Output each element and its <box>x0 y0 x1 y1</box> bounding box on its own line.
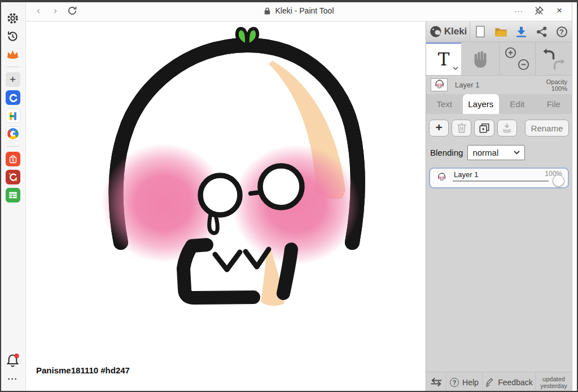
rename-layer-button[interactable]: Rename <box>525 120 569 136</box>
duplicate-icon <box>479 122 490 134</box>
kleki-panel: Kleki ? T <box>426 21 572 392</box>
shortcut-sheets-app[interactable] <box>3 186 23 204</box>
layer-thumbnail <box>434 172 449 183</box>
character-body-right <box>283 249 291 293</box>
share-button[interactable] <box>531 21 551 42</box>
sidebar-divider <box>7 67 19 67</box>
chevron-down-icon <box>514 151 520 155</box>
forward-button[interactable]: › <box>49 4 62 17</box>
text-tool-icon: T <box>438 49 450 69</box>
merge-down-icon <box>501 122 513 134</box>
shortcut-google-app[interactable] <box>3 125 23 143</box>
help-button[interactable]: ? <box>551 21 572 42</box>
sidebar-crown-button[interactable] <box>3 45 23 63</box>
blending-row: Blending normal <box>429 145 569 160</box>
tab-layers[interactable]: Layers <box>463 94 500 114</box>
blending-label: Blending <box>430 148 463 157</box>
artwork-character <box>26 21 426 392</box>
layer-actions-row: + Rename <box>429 120 569 136</box>
blending-select[interactable]: normal <box>467 145 525 160</box>
page-title-text: Kleki - Paint Tool <box>275 6 334 15</box>
merge-layer-button[interactable] <box>497 120 517 136</box>
browser-nav-group: ‹ › <box>32 4 79 17</box>
shortcut-browser-app[interactable] <box>3 89 23 107</box>
duplicate-layer-button[interactable] <box>474 120 494 136</box>
opacity-label: Opacity <box>546 78 567 85</box>
red-game-icon <box>6 170 20 184</box>
opacity-slider-track[interactable] <box>453 180 549 182</box>
panel-tabs: Text Layers Edit File <box>426 94 572 114</box>
help-icon: ? <box>450 378 459 387</box>
reload-button[interactable] <box>65 4 79 17</box>
browser-titlebar: ‹ › Kleki - Paint Tool ··· × <box>26 0 572 21</box>
swap-ui-side-button[interactable] <box>426 372 446 392</box>
back-icon: ‹ <box>37 5 40 16</box>
paint-canvas[interactable]: Panisme181110 #hd247 <box>26 21 426 392</box>
trash-icon <box>457 122 467 134</box>
browser-window: ‹ › Kleki - Paint Tool ··· × <box>0 0 578 392</box>
zoom-controls <box>500 42 535 75</box>
zoom-out-button[interactable] <box>517 58 530 71</box>
tab-file[interactable]: File <box>536 94 572 114</box>
more-options-button[interactable]: ··· <box>512 4 526 17</box>
svg-text:S: S <box>11 158 14 162</box>
browser-sidebar: + S <box>0 0 26 392</box>
close-panel-button[interactable]: × <box>553 4 566 17</box>
plus-icon: + <box>6 72 20 87</box>
opacity-slider-knob[interactable] <box>553 175 564 187</box>
gear-icon <box>6 12 19 25</box>
active-layer-name: Layer 1 <box>455 81 479 89</box>
add-layer-button[interactable]: + <box>429 120 449 136</box>
shortcut-hahalolo-app[interactable] <box>3 107 23 125</box>
sidebar-add-shortcut-button[interactable]: + <box>3 71 23 89</box>
lock-icon <box>264 7 271 15</box>
shortcut-game-app[interactable] <box>3 168 23 186</box>
tab-text[interactable]: Text <box>426 94 463 114</box>
hahalolo-h-icon <box>6 108 20 123</box>
kleki-logo-icon <box>429 25 443 38</box>
new-page-icon <box>474 25 487 38</box>
help-icon: ? <box>557 27 567 37</box>
open-file-button[interactable] <box>491 21 511 42</box>
hand-icon <box>471 49 489 68</box>
more-icon: ··· <box>514 7 523 15</box>
tab-edit[interactable]: Edit <box>499 94 536 114</box>
blending-value: normal <box>472 148 498 157</box>
unpin-button[interactable] <box>532 4 546 17</box>
sidebar-settings-button[interactable] <box>3 9 23 27</box>
delete-layer-button[interactable] <box>452 120 471 136</box>
character-body-left <box>183 245 253 298</box>
footer-help-button[interactable]: ? Help <box>446 372 483 392</box>
text-tool-button[interactable]: T <box>426 42 461 75</box>
layer-list-item[interactable]: Layer 1 100% <box>429 168 569 188</box>
updated-line1: updated <box>542 376 565 382</box>
overflow-icon: ··· <box>8 374 18 384</box>
sidebar-divider <box>7 146 19 147</box>
shopee-bag-icon: S <box>6 152 20 166</box>
active-layer-preview[interactable]: Layer 1 Opacity 100% <box>426 76 572 94</box>
redo-button[interactable] <box>553 58 567 71</box>
notifications-bell-button[interactable] <box>3 351 23 369</box>
window-edge-strip <box>572 0 578 392</box>
kleki-logo[interactable]: Kleki <box>426 21 470 42</box>
close-icon: × <box>557 5 562 16</box>
download-button[interactable] <box>511 21 531 42</box>
folder-icon <box>494 26 508 38</box>
updated-line2: yesterday <box>540 382 567 389</box>
opacity-readout: Opacity 100% <box>546 78 567 92</box>
new-image-button[interactable] <box>470 21 491 42</box>
layers-tab-content: + Rename Blending normal <box>426 114 572 372</box>
hand-tool-button[interactable] <box>461 42 499 75</box>
zoom-in-button[interactable] <box>504 46 517 59</box>
back-button[interactable]: ‹ <box>32 4 45 17</box>
shortcut-shopee-app[interactable]: S <box>3 150 23 168</box>
pencil-icon <box>485 377 494 387</box>
sidebar-overflow-button[interactable]: ··· <box>3 369 23 387</box>
bell-icon <box>6 353 20 368</box>
opacity-value: 100% <box>546 85 567 92</box>
swap-arrows-icon <box>430 377 443 387</box>
kleki-brand-text: Kleki <box>444 26 467 37</box>
feedback-button[interactable]: Feedback <box>483 372 536 392</box>
sidebar-history-button[interactable] <box>3 27 23 45</box>
unpin-icon <box>534 6 544 16</box>
